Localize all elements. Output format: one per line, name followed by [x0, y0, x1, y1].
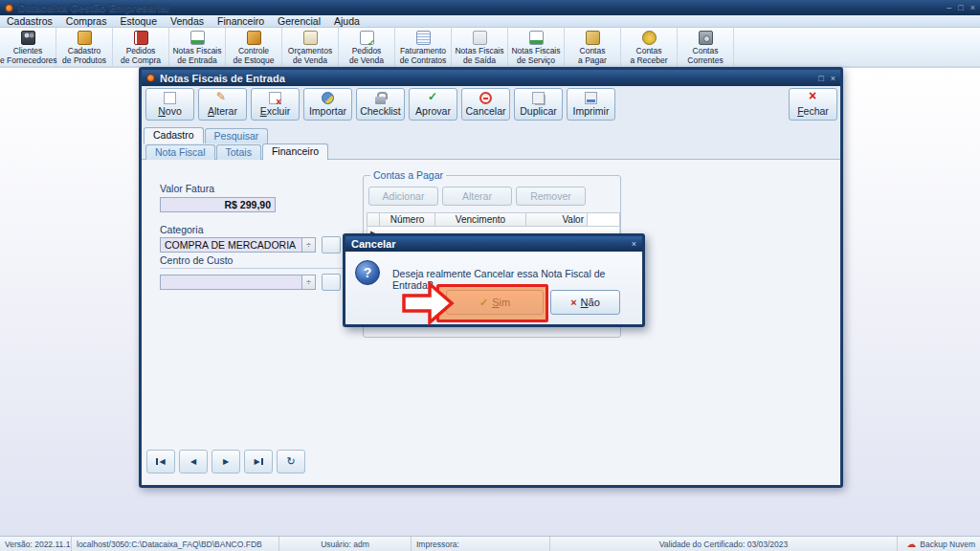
- status-bar: Versão: 2022.11.17 localhost/3050:C:\Dat…: [0, 536, 980, 551]
- button-label: Fechar: [797, 105, 829, 117]
- close-icon[interactable]: ×: [632, 239, 636, 249]
- dialog-title: Cancelar: [351, 238, 632, 250]
- window-title: Notas Fiscais de Entrada: [160, 73, 812, 84]
- status-backup[interactable]: ☁ Backup Nuvem: [898, 537, 980, 551]
- main-titlebar: Datacaixa Gestão Empresarial – □ ×: [0, 0, 980, 15]
- toolbar-button-cadastro-produtos[interactable]: Cadastro de Produtos: [56, 28, 113, 66]
- menu-estoque[interactable]: Estoque: [113, 15, 164, 28]
- tab-nota-fiscal[interactable]: Nota Fiscal: [145, 144, 215, 160]
- toolbar-button-orcamentos-venda[interactable]: Orçamentos de Venda: [282, 28, 339, 66]
- menu-vendas[interactable]: Vendas: [164, 15, 211, 28]
- column-header-vencimento[interactable]: Vencimento: [435, 212, 526, 227]
- button-label: Cancelar: [465, 105, 505, 117]
- divider: [160, 268, 354, 269]
- nao-button[interactable]: × Não: [550, 290, 620, 315]
- stock-control-icon: [247, 31, 261, 45]
- button-label: Alterar: [208, 105, 237, 117]
- categoria-add-button[interactable]: [322, 236, 341, 253]
- importar-button[interactable]: Importar: [303, 88, 352, 121]
- dialog-titlebar: Cancelar ×: [345, 236, 642, 252]
- checking-accounts-icon: [699, 31, 713, 45]
- dropdown-icon[interactable]: [301, 238, 315, 252]
- alterar-parcela-button[interactable]: Alterar: [442, 187, 512, 206]
- menu-ajuda[interactable]: Ajuda: [327, 15, 367, 28]
- last-record-icon: [254, 457, 262, 466]
- menu-gerencial[interactable]: Gerencial: [271, 15, 327, 28]
- adicionar-button[interactable]: Adicionar: [368, 187, 438, 206]
- fechar-button[interactable]: Fechar: [789, 88, 837, 121]
- centro-custo-label: Centro de Custo: [160, 254, 233, 266]
- close-icon[interactable]: ×: [831, 74, 835, 83]
- toolbar-button-notas-saida[interactable]: Notas Fiscais de Saída: [452, 28, 508, 66]
- nav-prior-button[interactable]: [179, 450, 208, 474]
- toolbar-button-pedidos-compra[interactable]: Pedidos de Compra: [113, 28, 169, 66]
- toolbar-button-notas-servico[interactable]: Notas Fiscais de Serviço: [508, 28, 565, 66]
- toolbar-label: de Compra: [113, 56, 168, 66]
- toolbar-button-contas-pagar[interactable]: Contas a Pagar: [565, 28, 621, 66]
- toolbar-button-notas-entrada[interactable]: Notas Fiscais de Entrada: [169, 28, 226, 66]
- centro-custo-add-button[interactable]: [322, 274, 341, 291]
- minimize-icon[interactable]: –: [947, 0, 951, 15]
- nav-last-button[interactable]: [244, 450, 273, 474]
- new-document-icon: [164, 92, 176, 104]
- first-record-icon: [156, 457, 165, 466]
- toolbar-label: de Contratos: [395, 56, 451, 66]
- imprimir-button[interactable]: Imprimir: [567, 88, 615, 121]
- dropdown-icon[interactable]: [301, 276, 315, 289]
- checklist-button[interactable]: Checklist: [356, 88, 405, 121]
- tab-pesquisar[interactable]: Pesquisar: [205, 128, 269, 143]
- nav-first-button[interactable]: [146, 450, 175, 474]
- nav-next-button[interactable]: [212, 450, 240, 474]
- categoria-label: Categoria: [160, 224, 204, 235]
- menu-compras[interactable]: Compras: [59, 15, 114, 28]
- toolbar-button-controle-estoque[interactable]: Controle de Estoque: [226, 28, 282, 66]
- tab-cadastro[interactable]: Cadastro: [144, 127, 204, 143]
- import-globe-icon: [322, 92, 334, 104]
- cancelar-button[interactable]: Cancelar: [461, 88, 510, 121]
- toolbar-label: a Receber: [621, 56, 677, 66]
- centro-custo-combobox[interactable]: [160, 275, 316, 290]
- window-titlebar: Notas Fiscais de Entrada □ ×: [142, 70, 840, 86]
- menu-financeiro[interactable]: Financeiro: [211, 15, 271, 28]
- toolbar-button-clientes-fornecedores[interactable]: Clientes e Fornecedores: [0, 28, 56, 66]
- toolbar-label: de Saída: [452, 56, 507, 66]
- column-header-valor[interactable]: Valor: [526, 212, 588, 227]
- menu-cadastros[interactable]: Cadastros: [0, 15, 59, 28]
- service-invoices-icon: [529, 31, 544, 45]
- aprovar-button[interactable]: Aprovar: [409, 88, 457, 121]
- button-label: Não: [581, 297, 600, 308]
- main-tab-strip: Cadastro Pesquisar: [144, 127, 269, 143]
- novo-button[interactable]: Novo: [145, 88, 194, 121]
- toolbar-button-pedidos-venda[interactable]: Pedidos de Venda: [339, 28, 395, 66]
- categoria-combobox[interactable]: COMPRA DE MERCADORIA: [160, 237, 316, 253]
- button-label: Duplicar: [520, 105, 557, 117]
- close-icon[interactable]: ×: [970, 0, 975, 15]
- valor-fatura-field[interactable]: R$ 299,90: [160, 197, 276, 212]
- remover-button[interactable]: Remover: [516, 187, 586, 206]
- alterar-button[interactable]: Alterar: [198, 88, 247, 121]
- column-header-numero[interactable]: Número: [380, 212, 435, 227]
- excluir-button[interactable]: Excluir: [251, 88, 300, 121]
- status-database: localhost/3050:C:\Datacaixa_FAQ\BD\BANCO…: [72, 537, 279, 551]
- toolbar-button-contas-receber[interactable]: Contas a Receber: [621, 28, 678, 66]
- backup-label: Backup Nuvem: [920, 540, 975, 549]
- outgoing-invoices-icon: [473, 31, 487, 45]
- clients-suppliers-icon: [21, 31, 35, 45]
- toolbar-button-contas-correntes[interactable]: Contas Correntes: [678, 28, 734, 66]
- print-icon: [585, 92, 597, 104]
- window-icon: [146, 74, 155, 82]
- restore-icon[interactable]: □: [958, 0, 963, 15]
- nav-refresh-button[interactable]: [277, 450, 305, 474]
- tab-totais[interactable]: Totais: [216, 144, 261, 160]
- toolbar-label: de Entrada: [169, 56, 225, 66]
- grid-header-blank-cell: [588, 212, 620, 227]
- cloud-backup-icon: ☁: [906, 540, 916, 549]
- menu-bar: Cadastros Compras Estoque Vendas Finance…: [0, 15, 980, 28]
- toolbar-label: de Serviço: [508, 56, 564, 66]
- toolbar-button-faturamento-contratos[interactable]: Faturamento de Contratos: [395, 28, 452, 66]
- duplicar-button[interactable]: Duplicar: [514, 88, 563, 121]
- grid-indicator-column: [367, 212, 380, 227]
- close-x-icon: [807, 92, 819, 104]
- tab-financeiro[interactable]: Financeiro: [262, 143, 328, 160]
- maximize-icon[interactable]: □: [818, 74, 823, 83]
